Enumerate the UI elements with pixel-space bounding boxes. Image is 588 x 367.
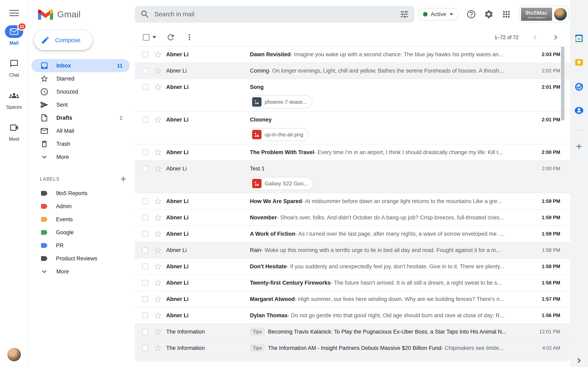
email-row[interactable]: Abner Li The Problem With Travel - Every… <box>135 144 570 161</box>
sidebar-label-google[interactable]: Google <box>29 226 130 239</box>
rail-item-chat[interactable]: Chat <box>5 57 23 78</box>
email-row[interactable]: Abner Li Dylan Thomas - Do not go gentle… <box>135 308 570 324</box>
email-row[interactable]: Abner Li Coming - On longer evenings, Li… <box>135 63 570 79</box>
label-tag-icon <box>40 189 48 197</box>
star-icon[interactable] <box>154 83 163 92</box>
profile-avatar[interactable] <box>554 8 567 21</box>
select-checkbox[interactable] <box>142 280 148 286</box>
attachment-chip[interactable]: phoenix-7-tease... <box>250 95 312 108</box>
select-checkbox[interactable] <box>142 231 148 237</box>
google-apps-icon[interactable] <box>502 9 511 19</box>
sidebar-item-trash[interactable]: Trash <box>29 137 130 150</box>
star-icon[interactable] <box>154 66 163 75</box>
keep-icon[interactable] <box>573 57 585 68</box>
star-icon[interactable] <box>154 229 163 238</box>
star-icon[interactable] <box>154 213 163 222</box>
email-row[interactable]: Abner Li Test 1 Galaxy S22 Goo... 2:00 P… <box>135 161 570 193</box>
sidebar-label-pr[interactable]: PR <box>29 239 130 252</box>
sidebar-item-inbox[interactable]: Inbox 11 <box>31 59 130 72</box>
select-checkbox[interactable] <box>142 166 148 172</box>
select-checkbox[interactable] <box>142 215 148 221</box>
sidebar-label-admin[interactable]: Admin <box>29 200 130 213</box>
select-dropdown-icon[interactable] <box>152 36 156 39</box>
rail-item-spaces[interactable]: Spaces <box>5 89 23 110</box>
compose-button[interactable]: Compose <box>34 30 92 50</box>
select-checkbox[interactable] <box>142 263 148 269</box>
search-bar[interactable] <box>135 6 415 23</box>
row-controls <box>142 210 166 225</box>
sidebar-item-sent[interactable]: Sent <box>29 98 130 111</box>
star-icon[interactable] <box>154 262 163 271</box>
sidebar-labels-more[interactable]: More <box>29 265 130 278</box>
list-scrollbar[interactable] <box>561 47 564 120</box>
contacts-icon[interactable] <box>573 105 585 116</box>
star-icon[interactable] <box>154 311 163 320</box>
email-row[interactable]: The Information Tips Becoming Travis Kal… <box>135 324 570 340</box>
email-row[interactable]: Abner Li A Work of Fiction - As I turned… <box>135 226 570 242</box>
star-icon[interactable] <box>154 278 163 287</box>
email-row[interactable]: Abner Li Dawn Revisited - Imagine you wa… <box>135 47 570 63</box>
email-row[interactable]: Abner Li Twenty-first Century Fireworks … <box>135 275 570 291</box>
newer-page-icon[interactable] <box>530 33 539 42</box>
email-row[interactable]: Abner Li Don't Hesitate - If you suddenl… <box>135 259 570 275</box>
star-icon[interactable] <box>154 50 163 59</box>
select-checkbox[interactable] <box>142 345 148 351</box>
sidebar-item-snoozed[interactable]: Snoozed <box>29 85 130 98</box>
email-row[interactable]: Abner Li Rain - Woke up this morning wit… <box>135 242 570 259</box>
rail-item-meet[interactable]: Meet <box>5 121 23 142</box>
status-selector[interactable]: Active <box>418 8 458 21</box>
main-menu-icon[interactable] <box>9 8 19 18</box>
select-checkbox[interactable] <box>142 329 148 335</box>
select-checkbox[interactable] <box>142 247 148 253</box>
sidebar-label-events[interactable]: Events <box>29 213 130 226</box>
star-icon[interactable] <box>154 197 163 206</box>
select-checkbox[interactable] <box>142 149 148 155</box>
email-row[interactable]: Abner Li Song phoenix-7-tease... 2:01 PM <box>135 79 570 112</box>
sidebar-item-starred[interactable]: Starred <box>29 72 130 85</box>
account-workspace-chip[interactable]: 9to5Mac Apple Intelligence <box>519 6 569 23</box>
star-icon[interactable] <box>154 246 163 255</box>
older-page-icon[interactable] <box>551 33 560 42</box>
search-icon[interactable] <box>140 9 150 19</box>
sidebar-item-drafts[interactable]: Drafts 2 <box>29 111 130 124</box>
sidebar-item-more[interactable]: More <box>29 150 130 164</box>
select-checkbox[interactable] <box>142 84 148 90</box>
select-all-checkbox[interactable] <box>143 34 149 41</box>
select-checkbox[interactable] <box>142 51 148 58</box>
tasks-icon[interactable] <box>573 81 585 92</box>
sidebar-label-9to5-reports[interactable]: 9to5 Reports <box>29 187 130 200</box>
add-label-icon[interactable] <box>119 175 127 183</box>
email-row[interactable]: Abner Li How We Are Spared - At midsumme… <box>135 193 570 210</box>
search-options-icon[interactable] <box>399 9 409 19</box>
hide-side-panel-icon[interactable] <box>574 356 584 365</box>
email-row[interactable]: Abner Li Margaret Atwood - High summer, … <box>135 291 570 308</box>
select-checkbox[interactable] <box>142 312 148 318</box>
star-icon[interactable] <box>154 295 163 304</box>
email-row[interactable]: The Information Tips The Information AM … <box>135 340 570 356</box>
select-checkbox[interactable] <box>142 296 148 302</box>
email-row[interactable]: Abner Li November - Show's over, folks. … <box>135 210 570 226</box>
rail-item-mail[interactable]: 11 Mail <box>5 25 23 46</box>
settings-gear-icon[interactable] <box>484 9 494 19</box>
email-row[interactable]: Abner Li Clooney up-in-the-air.png 2:01 … <box>135 112 570 144</box>
sidebar-label-product-reviews[interactable]: Product Reviews <box>29 252 130 265</box>
get-addons-icon[interactable] <box>573 141 585 152</box>
star-icon[interactable] <box>154 164 163 173</box>
attachment-chip[interactable]: Galaxy S22 Goo... <box>250 177 313 190</box>
sidebar-item-all-mail[interactable]: All Mail <box>29 124 130 137</box>
star-icon[interactable] <box>154 343 163 352</box>
calendar-icon[interactable]: 31 <box>573 33 585 44</box>
star-icon[interactable] <box>154 115 163 124</box>
select-checkbox[interactable] <box>142 117 148 123</box>
search-input[interactable] <box>154 11 395 18</box>
select-checkbox[interactable] <box>142 68 148 74</box>
help-icon[interactable] <box>466 9 476 19</box>
attachment-chip[interactable]: up-in-the-air.png <box>250 128 309 141</box>
more-options-icon[interactable] <box>185 33 194 42</box>
sidebar-label: More <box>56 268 122 275</box>
star-icon[interactable] <box>154 327 163 336</box>
user-avatar[interactable] <box>7 348 21 361</box>
refresh-icon[interactable] <box>166 33 175 42</box>
select-checkbox[interactable] <box>142 198 148 204</box>
star-icon[interactable] <box>154 148 163 157</box>
